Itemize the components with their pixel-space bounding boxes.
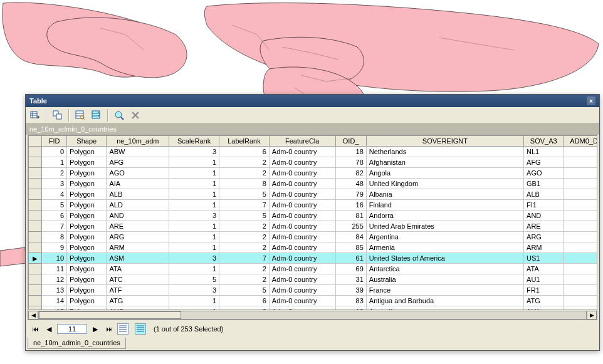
table-row[interactable]: 9PolygonARM12Adm-0 country85ArmeniaARM02… [29,242,597,253]
row-selector[interactable] [29,296,42,306]
cell-scale[interactable]: 1 [169,189,219,200]
cell-dif[interactable]: 0 [564,189,597,200]
cell-adm[interactable]: AND [107,211,169,221]
cell-dif[interactable]: 0 [564,264,597,274]
cell-shape[interactable]: Polygon [67,179,107,189]
cell-adm[interactable]: ARE [107,221,169,232]
cell-feat[interactable]: Adm-0 country [269,296,335,306]
cell-sov[interactable]: Afghanistan [366,157,523,168]
scroll-right-button[interactable]: ▶ [587,311,597,320]
scroll-track[interactable] [38,311,587,320]
cell-fid[interactable]: 10 [42,253,67,264]
row-selector[interactable] [29,232,42,242]
table-row[interactable]: 0PolygonABW36Adm-0 country18NetherlandsN… [29,147,597,157]
nav-last-button[interactable]: ⏭ [103,323,115,335]
cell-shape[interactable]: Polygon [67,232,107,242]
table-row[interactable]: 13PolygonATF35Adm-0 country39FranceFR112… [29,285,597,296]
table-row[interactable]: 5PolygonALD17Adm-0 country16FinlandFI112… [29,200,597,211]
show-selected-records-button[interactable] [135,323,146,335]
col-fid[interactable]: FID [42,136,67,147]
close-button[interactable]: × [587,96,595,105]
cell-feat[interactable]: Adm-0 country [269,189,335,200]
cell-oid[interactable]: 16 [335,200,366,211]
cell-label[interactable]: 2 [219,264,270,274]
related-tables-button[interactable] [51,108,65,122]
cell-feat[interactable]: Adm-0 country [269,168,335,179]
cell-dif[interactable]: 0 [564,232,597,242]
cell-oid[interactable]: 48 [335,179,366,189]
cell-adm[interactable]: ATG [107,296,169,306]
show-all-records-button[interactable] [117,323,128,335]
grid-scroll-area[interactable]: FID Shape ne_10m_adm ScaleRank LabelRank… [28,135,597,309]
cell-adm[interactable]: ALD [107,200,169,211]
row-selector[interactable] [29,200,42,211]
cell-sov[interactable]: Netherlands [366,147,523,157]
cell-oid[interactable]: 18 [335,147,366,157]
row-selector[interactable] [29,274,42,285]
cell-label[interactable]: 5 [219,285,270,296]
cell-oid[interactable]: 85 [335,242,366,253]
cell-adm[interactable]: ASM [107,253,169,264]
horizontal-scrollbar[interactable]: ◀ ▶ [28,309,597,320]
cell-feat[interactable]: Adm-0 country [269,285,335,296]
nav-prev-button[interactable]: ◀ [43,323,55,335]
row-selector[interactable] [29,211,42,221]
cell-dif[interactable]: 0 [564,211,597,221]
cell-feat[interactable]: Adm-0 country [269,179,335,189]
cell-scale[interactable]: 1 [169,168,219,179]
cell-sov[interactable]: Andorra [366,211,523,221]
table-row[interactable]: 2PolygonAGO12Adm-0 country82AngolaAGO02S… [29,168,597,179]
table-row[interactable]: 7PolygonARE12Adm-0 country255United Arab… [29,221,597,232]
table-row[interactable]: 12PolygonATC52Adm-0 country31AustraliaAU… [29,274,597,285]
cell-fid[interactable]: 14 [42,296,67,306]
cell-fid[interactable]: 9 [42,242,67,253]
table-row[interactable]: ▶10PolygonASM37Adm-0 country61United Sta… [29,253,597,264]
cell-shape[interactable]: Polygon [67,189,107,200]
cell-sov[interactable]: Finland [366,200,523,211]
cell-dif[interactable]: 1 [564,147,597,157]
cell-fid[interactable]: 0 [42,147,67,157]
cell-a3[interactable]: AFG [524,157,564,168]
cell-a3[interactable]: ARE [524,221,564,232]
row-selector[interactable] [29,157,42,168]
cell-feat[interactable]: Adm-0 country [269,264,335,274]
col-oid[interactable]: OID_ [335,136,366,147]
cell-feat[interactable]: Adm-0 country [269,147,335,157]
cell-scale[interactable]: 1 [169,242,219,253]
cell-adm[interactable]: ARG [107,232,169,242]
cell-scale[interactable]: 1 [169,179,219,189]
cell-scale[interactable]: 3 [169,147,219,157]
cell-oid[interactable]: 255 [335,221,366,232]
cell-adm[interactable]: AFG [107,157,169,168]
cell-dif[interactable]: 1 [564,200,597,211]
cell-shape[interactable]: Polygon [67,147,107,157]
cell-label[interactable]: 2 [219,274,270,285]
cell-shape[interactable]: Polygon [67,285,107,296]
cell-sov[interactable]: United Arab Emirates [366,221,523,232]
cell-label[interactable]: 2 [219,232,270,242]
cell-sov[interactable]: Armenia [366,242,523,253]
col-adm0dif[interactable]: ADM0_DIF [564,136,597,147]
cell-adm[interactable]: ATA [107,264,169,274]
cell-scale[interactable]: 1 [169,264,219,274]
cell-a3[interactable]: ARG [524,232,564,242]
cell-fid[interactable]: 4 [42,189,67,200]
col-scalerank[interactable]: ScaleRank [169,136,219,147]
cell-shape[interactable]: Polygon [67,221,107,232]
cell-oid[interactable]: 61 [335,253,366,264]
cell-adm[interactable]: ALB [107,189,169,200]
nav-next-button[interactable]: ▶ [90,323,101,335]
cell-label[interactable]: 6 [219,147,270,157]
cell-sov[interactable]: United Kingdom [366,179,523,189]
cell-label[interactable]: 2 [219,221,270,232]
cell-label[interactable]: 8 [219,179,270,189]
cell-sov[interactable]: Australia [366,274,523,285]
cell-fid[interactable]: 13 [42,285,67,296]
row-selector[interactable] [29,221,42,232]
cell-oid[interactable]: 82 [335,168,366,179]
cell-fid[interactable]: 3 [42,179,67,189]
cell-dif[interactable]: 1 [564,179,597,189]
cell-adm[interactable]: AGO [107,168,169,179]
cell-a3[interactable]: AGO [524,168,564,179]
cell-sov[interactable]: Angola [366,168,523,179]
